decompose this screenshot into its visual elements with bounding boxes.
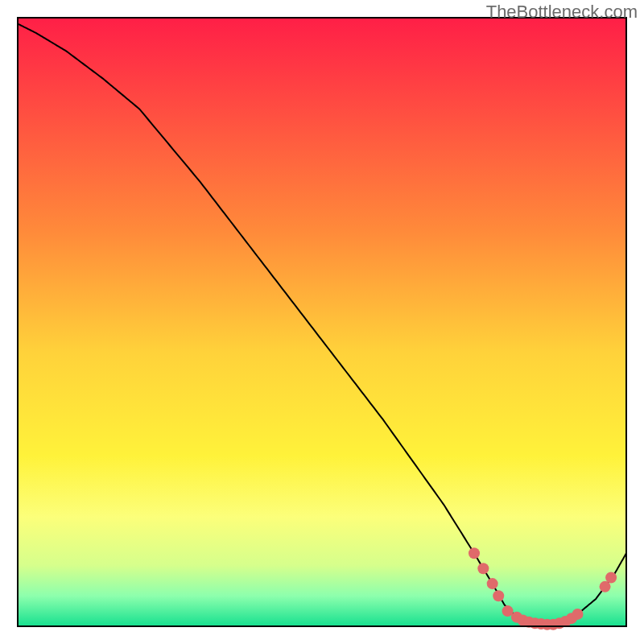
chart-marker (493, 590, 504, 601)
chart-marker (469, 547, 480, 559)
chart-marker (605, 572, 617, 584)
chart-marker (572, 609, 584, 620)
chart-marker (477, 563, 489, 574)
chart-svg (0, 0, 644, 644)
chart-marker (487, 578, 498, 589)
chart-container: TheBottleneck.com (0, 0, 644, 644)
chart-background (18, 18, 626, 626)
watermark-label: TheBottleneck.com (486, 2, 638, 23)
